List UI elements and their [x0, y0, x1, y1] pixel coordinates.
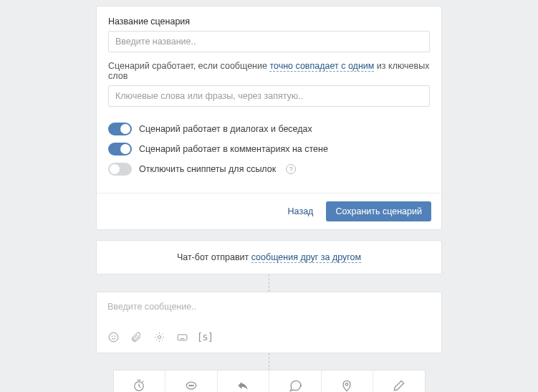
action-add-timer[interactable]: Добавитьтаймер [114, 371, 166, 392]
variable-icon[interactable]: [s] [198, 330, 211, 343]
trigger-hint: Сценарий сработает, если сообщение точно… [108, 61, 430, 81]
toggle-dialogs[interactable] [108, 123, 132, 135]
action-bar: Добавитьтаймер Набортекста Переслатьсооб… [113, 370, 426, 392]
keywords-input[interactable] [108, 85, 430, 107]
toggle-snippets-label: Отключить сниппеты для ссылок [139, 164, 276, 174]
scenario-title-input[interactable] [108, 31, 430, 52]
reply-icon [221, 377, 266, 392]
footer-actions: Назад Сохранить сценарий [97, 193, 441, 229]
trigger-mode-link[interactable]: точно совпадает с одним [269, 61, 374, 72]
action-goto-scenario[interactable]: Переход ксценарию [322, 371, 374, 392]
action-add-message[interactable]: Добавитьсообщение [269, 371, 322, 392]
gear-icon[interactable] [153, 330, 165, 343]
toggle-comments[interactable] [108, 143, 132, 156]
toggle-row-comments: Сценарий работает в комментариях на стен… [108, 143, 430, 156]
svg-point-11 [189, 385, 190, 386]
message-panel: [s] [96, 292, 442, 353]
message-tools: [s] [97, 328, 441, 353]
toggle-dialogs-label: Сценарий работает в диалогах и беседах [139, 124, 312, 134]
pencil-icon [376, 377, 422, 392]
svg-point-13 [193, 385, 193, 386]
scenario-title-label: Название сценария [108, 16, 430, 27]
back-button[interactable]: Назад [288, 206, 314, 216]
attachment-icon[interactable] [130, 330, 143, 343]
pin-icon [325, 377, 370, 392]
toggle-row-snippets: Отключить сниппеты для ссылок ? [108, 163, 430, 176]
keyboard-icon[interactable] [176, 330, 188, 343]
svg-point-1 [111, 335, 112, 336]
smile-icon[interactable] [107, 330, 120, 343]
message-input[interactable] [97, 292, 441, 325]
svg-point-0 [109, 333, 118, 342]
svg-point-14 [345, 383, 348, 386]
typing-icon [168, 377, 214, 392]
bot-mode-link[interactable]: сообщения друг за другом [251, 252, 361, 263]
connector-line [269, 274, 269, 292]
save-scenario-button[interactable]: Сохранить сценарий [326, 201, 431, 221]
help-icon[interactable]: ? [286, 164, 296, 174]
bot-info-panel: Чат-бот отправит сообщения друг за друго… [96, 240, 442, 274]
svg-point-12 [191, 385, 191, 386]
action-forward[interactable]: Переслатьсообщение [218, 371, 270, 392]
svg-point-2 [115, 335, 115, 336]
timer-icon [117, 377, 163, 392]
svg-rect-4 [178, 334, 187, 340]
connector-line-2 [269, 353, 269, 371]
action-typing[interactable]: Набортекста [165, 371, 218, 392]
toggle-snippets[interactable] [108, 163, 132, 176]
scenario-settings-panel: Название сценария Сценарий сработает, ес… [96, 6, 442, 230]
message-icon [272, 377, 318, 392]
toggle-comments-label: Сценарий работает в комментариях на стен… [139, 144, 328, 154]
svg-point-3 [158, 335, 160, 338]
action-save-answer[interactable]: Сохранитьответ [373, 371, 425, 392]
toggle-row-dialogs: Сценарий работает в диалогах и беседах [108, 123, 430, 135]
